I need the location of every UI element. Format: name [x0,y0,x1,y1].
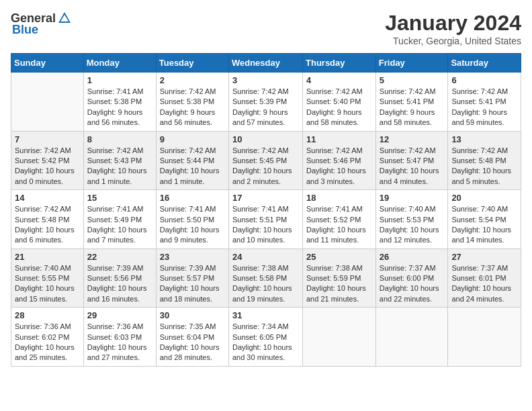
calendar-day-cell: 7Sunrise: 7:42 AMSunset: 5:42 PMDaylight… [11,131,84,190]
day-number: 29 [87,310,152,320]
day-info: Sunrise: 7:42 AMSunset: 5:41 PMDaylight:… [451,87,517,128]
calendar-day-cell: 19Sunrise: 7:40 AMSunset: 5:53 PMDayligh… [375,190,448,249]
calendar-day-cell: 29Sunrise: 7:36 AMSunset: 6:03 PMDayligh… [83,308,156,367]
calendar-day-cell: 23Sunrise: 7:39 AMSunset: 5:57 PMDayligh… [156,248,228,308]
day-info: Sunrise: 7:37 AMSunset: 6:01 PMDaylight:… [451,263,517,305]
calendar-day-cell: 6Sunrise: 7:42 AMSunset: 5:41 PMDaylight… [448,73,521,132]
day-info: Sunrise: 7:40 AMSunset: 5:55 PMDaylight:… [15,263,80,305]
calendar-day-cell: 15Sunrise: 7:41 AMSunset: 5:49 PMDayligh… [83,190,156,249]
day-info: Sunrise: 7:39 AMSunset: 5:57 PMDaylight:… [160,263,225,305]
day-number: 26 [380,252,445,262]
day-info: Sunrise: 7:36 AMSunset: 6:03 PMDaylight:… [87,322,152,363]
day-info: Sunrise: 7:40 AMSunset: 5:54 PMDaylight:… [451,204,517,246]
calendar-day-cell: 31Sunrise: 7:34 AMSunset: 6:05 PMDayligh… [228,308,302,367]
calendar-body: 1Sunrise: 7:41 AMSunset: 5:38 PMDaylight… [11,73,521,367]
calendar-day-cell: 4Sunrise: 7:42 AMSunset: 5:40 PMDaylight… [303,73,376,132]
day-number: 16 [160,193,225,203]
day-number: 25 [306,252,372,262]
day-number: 22 [87,252,152,262]
day-info: Sunrise: 7:42 AMSunset: 5:38 PMDaylight:… [160,87,225,128]
day-number: 7 [15,134,80,144]
calendar-day-cell: 24Sunrise: 7:38 AMSunset: 5:58 PMDayligh… [228,248,302,308]
calendar-day-cell: 20Sunrise: 7:40 AMSunset: 5:54 PMDayligh… [448,190,521,249]
calendar-day-cell: 16Sunrise: 7:41 AMSunset: 5:50 PMDayligh… [156,190,228,249]
calendar-day-cell: 18Sunrise: 7:41 AMSunset: 5:52 PMDayligh… [303,190,376,249]
day-number: 28 [15,310,80,320]
calendar-day-cell: 1Sunrise: 7:41 AMSunset: 5:38 PMDaylight… [83,73,156,132]
day-info: Sunrise: 7:42 AMSunset: 5:42 PMDaylight:… [15,146,80,187]
day-info: Sunrise: 7:38 AMSunset: 5:59 PMDaylight:… [306,263,372,305]
day-info: Sunrise: 7:34 AMSunset: 6:05 PMDaylight:… [232,322,299,363]
day-number: 2 [160,75,225,85]
calendar-header-cell: Tuesday [156,54,228,73]
calendar-day-cell: 28Sunrise: 7:36 AMSunset: 6:02 PMDayligh… [11,308,84,367]
day-info: Sunrise: 7:42 AMSunset: 5:39 PMDaylight:… [232,87,299,128]
calendar-day-cell: 3Sunrise: 7:42 AMSunset: 5:39 PMDaylight… [228,73,302,132]
title-area: January 2024 Tucker, Georgia, United Sta… [385,11,521,46]
calendar-day-cell: 14Sunrise: 7:42 AMSunset: 5:48 PMDayligh… [11,190,84,249]
day-number: 8 [87,134,152,144]
month-title: January 2024 [385,11,521,36]
day-info: Sunrise: 7:42 AMSunset: 5:43 PMDaylight:… [87,146,152,187]
calendar-day-cell: 26Sunrise: 7:37 AMSunset: 6:00 PMDayligh… [375,248,448,308]
day-number: 6 [451,75,517,85]
logo-blue-text: Blue [12,23,38,37]
calendar-day-cell: 21Sunrise: 7:40 AMSunset: 5:55 PMDayligh… [11,248,84,308]
day-info: Sunrise: 7:37 AMSunset: 6:00 PMDaylight:… [380,263,445,305]
calendar-day-cell: 10Sunrise: 7:42 AMSunset: 5:45 PMDayligh… [228,131,302,190]
calendar-header-row: SundayMondayTuesdayWednesdayThursdayFrid… [11,54,521,73]
calendar-day-cell [448,308,521,367]
day-number: 10 [232,134,299,144]
calendar-header-cell: Saturday [448,54,521,73]
calendar: SundayMondayTuesdayWednesdayThursdayFrid… [11,53,521,367]
day-info: Sunrise: 7:39 AMSunset: 5:56 PMDaylight:… [87,263,152,305]
day-number: 11 [306,134,372,144]
day-info: Sunrise: 7:42 AMSunset: 5:41 PMDaylight:… [380,87,445,128]
day-info: Sunrise: 7:42 AMSunset: 5:48 PMDaylight:… [451,146,517,187]
day-number: 18 [306,193,372,203]
day-number: 21 [15,252,80,262]
day-info: Sunrise: 7:41 AMSunset: 5:50 PMDaylight:… [160,204,225,246]
day-number: 15 [87,193,152,203]
calendar-day-cell [11,73,84,132]
day-info: Sunrise: 7:41 AMSunset: 5:38 PMDaylight:… [87,87,152,128]
day-info: Sunrise: 7:35 AMSunset: 6:04 PMDaylight:… [160,322,225,363]
day-number: 23 [160,252,225,262]
day-number: 4 [306,75,372,85]
day-info: Sunrise: 7:42 AMSunset: 5:48 PMDaylight:… [15,204,80,246]
calendar-day-cell [303,308,376,367]
day-info: Sunrise: 7:42 AMSunset: 5:46 PMDaylight:… [306,146,372,187]
day-info: Sunrise: 7:42 AMSunset: 5:44 PMDaylight:… [160,146,225,187]
calendar-week-row: 21Sunrise: 7:40 AMSunset: 5:55 PMDayligh… [11,248,521,308]
calendar-day-cell: 12Sunrise: 7:42 AMSunset: 5:47 PMDayligh… [375,131,448,190]
calendar-header-cell: Wednesday [228,54,302,73]
day-info: Sunrise: 7:42 AMSunset: 5:40 PMDaylight:… [306,87,372,128]
day-info: Sunrise: 7:41 AMSunset: 5:51 PMDaylight:… [232,204,299,246]
day-number: 19 [380,193,445,203]
day-number: 3 [232,75,299,85]
calendar-header-cell: Sunday [11,54,84,73]
calendar-day-cell: 2Sunrise: 7:42 AMSunset: 5:38 PMDaylight… [156,73,228,132]
calendar-header-cell: Thursday [303,54,376,73]
day-number: 13 [451,134,517,144]
day-info: Sunrise: 7:41 AMSunset: 5:49 PMDaylight:… [87,204,152,246]
day-info: Sunrise: 7:40 AMSunset: 5:53 PMDaylight:… [380,204,445,246]
calendar-week-row: 7Sunrise: 7:42 AMSunset: 5:42 PMDaylight… [11,131,521,190]
calendar-week-row: 14Sunrise: 7:42 AMSunset: 5:48 PMDayligh… [11,190,521,249]
calendar-day-cell: 17Sunrise: 7:41 AMSunset: 5:51 PMDayligh… [228,190,302,249]
calendar-week-row: 28Sunrise: 7:36 AMSunset: 6:02 PMDayligh… [11,308,521,367]
day-number: 9 [160,134,225,144]
calendar-day-cell: 13Sunrise: 7:42 AMSunset: 5:48 PMDayligh… [448,131,521,190]
day-number: 17 [232,193,299,203]
day-number: 31 [232,310,299,320]
day-info: Sunrise: 7:42 AMSunset: 5:47 PMDaylight:… [380,146,445,187]
calendar-week-row: 1Sunrise: 7:41 AMSunset: 5:38 PMDaylight… [11,73,521,132]
day-info: Sunrise: 7:42 AMSunset: 5:45 PMDaylight:… [232,146,299,187]
logo: General Blue [11,11,72,37]
day-number: 5 [380,75,445,85]
calendar-day-cell: 11Sunrise: 7:42 AMSunset: 5:46 PMDayligh… [303,131,376,190]
calendar-day-cell: 8Sunrise: 7:42 AMSunset: 5:43 PMDaylight… [83,131,156,190]
day-number: 30 [160,310,225,320]
calendar-day-cell: 22Sunrise: 7:39 AMSunset: 5:56 PMDayligh… [83,248,156,308]
location: Tucker, Georgia, United States [385,36,521,46]
